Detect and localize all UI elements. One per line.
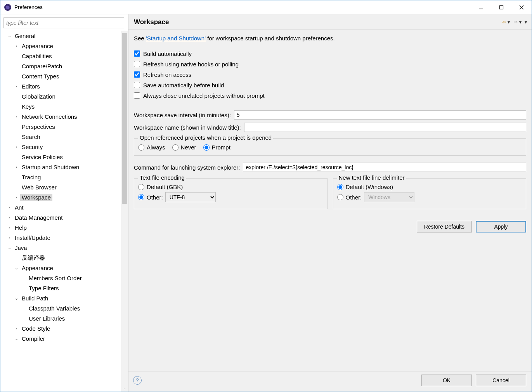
open-referenced-legend: Open referenced projects when a project … <box>138 134 273 141</box>
save-before-build-checkbox[interactable] <box>134 82 140 88</box>
tree-item-network-connections[interactable]: ›Network Connections <box>5 111 120 121</box>
delimiter-other-radio[interactable] <box>337 194 343 200</box>
tree-item-security[interactable]: ›Security <box>5 142 120 152</box>
tree-item-web-browser[interactable]: Web Browser <box>5 182 120 192</box>
startup-shutdown-link[interactable]: 'Startup and Shutdown' <box>146 35 206 42</box>
tree-item-label: Compare/Patch <box>20 62 64 70</box>
filter-input[interactable] <box>3 17 124 28</box>
tree-caret-icon[interactable]: › <box>14 195 19 199</box>
tree-item-search[interactable]: Search <box>5 132 120 142</box>
tree-caret-icon[interactable]: › <box>14 144 19 149</box>
help-icon[interactable]: ? <box>133 376 142 385</box>
tree-item-label: Code Style <box>20 325 52 332</box>
tree-caret-icon[interactable]: › <box>14 43 19 48</box>
encoding-other-select[interactable]: UTF-8 <box>165 192 216 202</box>
tree-item-type-filters[interactable]: Type Filters <box>5 283 120 293</box>
tree-caret-icon[interactable]: › <box>7 215 12 220</box>
minimize-button[interactable] <box>471 0 491 14</box>
tree-caret-icon[interactable]: ⌄ <box>7 33 12 38</box>
tree-caret-icon[interactable]: › <box>7 225 12 230</box>
tree-item-content-types[interactable]: Content Types <box>5 71 120 81</box>
tree-caret-icon[interactable]: ⌄ <box>7 245 12 250</box>
refresh-native-label: Refresh using native hooks or polling <box>143 61 239 68</box>
tree-item-tracing[interactable]: Tracing <box>5 172 120 182</box>
tree-item-startup-and-shutdown[interactable]: ›Startup and Shutdown <box>5 162 120 172</box>
back-icon[interactable]: ⇦ <box>502 19 506 25</box>
tree-item-user-libraries[interactable]: User Libraries <box>5 313 120 323</box>
tree-item-label: Workspace <box>20 194 52 201</box>
page-menu-icon[interactable]: ▾ <box>525 19 527 25</box>
apply-button[interactable]: Apply <box>476 221 526 232</box>
tree-caret-icon[interactable]: › <box>14 326 19 331</box>
tree-caret-icon[interactable]: ⌄ <box>14 265 19 271</box>
tree-caret-icon[interactable]: › <box>14 165 19 169</box>
tree-item-code-style[interactable]: ›Code Style <box>5 323 120 333</box>
tree-caret-icon[interactable]: › <box>14 84 19 88</box>
maximize-button[interactable] <box>491 0 511 14</box>
explorer-cmd-input[interactable] <box>243 163 526 172</box>
svg-rect-1 <box>500 5 503 9</box>
delimiter-group: New text file line delimiter Default (Wi… <box>333 178 527 209</box>
tree-item-general[interactable]: ⌄General <box>5 31 120 41</box>
tree-item-globalization[interactable]: Globalization <box>5 91 120 101</box>
close-unrelated-checkbox[interactable] <box>134 92 140 99</box>
forward-icon[interactable]: ⇨ <box>514 19 518 25</box>
close-button[interactable] <box>511 0 532 14</box>
ok-button[interactable]: OK <box>421 375 472 386</box>
encoding-other-radio[interactable] <box>138 194 144 200</box>
refresh-access-checkbox[interactable] <box>134 71 140 78</box>
tree-caret-icon[interactable]: › <box>7 205 12 210</box>
tree-item-label: Tracing <box>20 173 42 181</box>
tree-caret-icon[interactable]: › <box>14 114 19 119</box>
tree-item--[interactable]: 反编译器 <box>5 253 120 263</box>
open-ref-never-radio[interactable] <box>172 144 178 151</box>
tree-item-compare-patch[interactable]: Compare/Patch <box>5 61 120 71</box>
history-nav: ⇦ ▾ ⇨ ▾ ▾ <box>502 19 527 25</box>
tree-item-appearance[interactable]: ⌄Appearance <box>5 263 120 273</box>
build-automatically-label: Build automatically <box>143 50 192 57</box>
dialog-body: ⌄General›AppearanceCapabilitiesCompare/P… <box>0 14 532 392</box>
tree-item-compiler[interactable]: ⌄Compiler <box>5 333 120 343</box>
delimiter-default-radio[interactable] <box>337 184 343 190</box>
tree-item-label: Appearance <box>20 264 55 272</box>
tree-item-keys[interactable]: Keys <box>5 101 120 111</box>
tree-item-label: Data Management <box>13 214 64 221</box>
save-interval-input[interactable] <box>234 110 526 120</box>
tree-item-capabilities[interactable]: Capabilities <box>5 51 120 61</box>
scrollbar-thumb[interactable] <box>122 33 127 204</box>
tree-item-label: Type Filters <box>27 284 61 292</box>
preferences-tree[interactable]: ⌄General›AppearanceCapabilitiesCompare/P… <box>3 31 128 392</box>
refresh-native-checkbox[interactable] <box>134 61 140 67</box>
tree-item-editors[interactable]: ›Editors <box>5 81 120 91</box>
tree-item-data-management[interactable]: ›Data Management <box>5 212 120 222</box>
scroll-down-icon[interactable]: ⌄ <box>121 385 128 392</box>
tree-item-service-policies[interactable]: Service Policies <box>5 152 120 162</box>
back-menu-icon[interactable]: ▾ <box>508 19 510 25</box>
encoding-default-radio[interactable] <box>138 184 144 190</box>
tree-item-ant[interactable]: ›Ant <box>5 202 120 212</box>
workspace-name-input[interactable] <box>244 123 526 132</box>
open-ref-always-radio[interactable] <box>138 144 144 151</box>
tree-caret-icon[interactable]: ⌄ <box>14 336 19 341</box>
open-ref-prompt-radio[interactable] <box>203 144 210 151</box>
tree-item-workspace[interactable]: ›Workspace <box>5 192 120 202</box>
tree-scrollbar[interactable]: ▲ ⌄ <box>121 31 128 392</box>
tree-item-label: General <box>13 32 37 40</box>
build-automatically-checkbox[interactable] <box>134 50 140 57</box>
cancel-button[interactable]: Cancel <box>476 375 526 386</box>
tree-item-perspectives[interactable]: Perspectives <box>5 121 120 132</box>
restore-defaults-button[interactable]: Restore Defaults <box>417 221 472 232</box>
tree-item-help[interactable]: ›Help <box>5 222 120 232</box>
tree-caret-icon[interactable]: ⌄ <box>14 296 19 301</box>
tree-item-members-sort-order[interactable]: Members Sort Order <box>5 273 120 283</box>
tree-item-java[interactable]: ⌄Java <box>5 243 120 253</box>
tree-item-appearance[interactable]: ›Appearance <box>5 41 120 51</box>
tree-item-label: Build Path <box>20 295 50 302</box>
delimiter-other-select[interactable]: Windows <box>364 192 414 202</box>
tree-caret-icon[interactable]: › <box>7 235 12 240</box>
window-controls <box>471 0 532 14</box>
forward-menu-icon[interactable]: ▾ <box>519 19 522 25</box>
tree-item-install-update[interactable]: ›Install/Update <box>5 232 120 243</box>
tree-item-build-path[interactable]: ⌄Build Path <box>5 293 120 303</box>
tree-item-classpath-variables[interactable]: Classpath Variables <box>5 303 120 313</box>
